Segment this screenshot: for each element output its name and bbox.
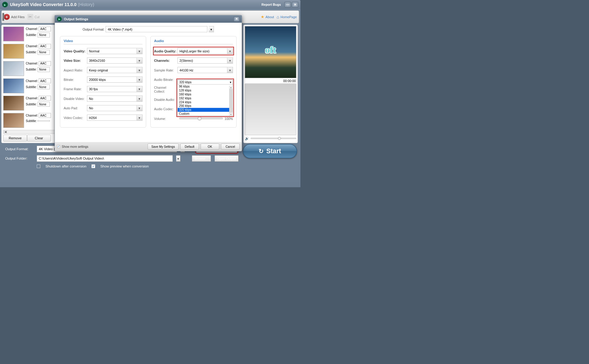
dropdown-option[interactable]: Custom	[178, 112, 233, 116]
ok-button[interactable]: OK	[201, 144, 219, 150]
video-quality-select[interactable]: Normal	[87, 48, 137, 54]
preview-image: oft	[245, 26, 296, 78]
star-icon	[261, 15, 264, 19]
add-files-button[interactable]: Add Files	[4, 14, 25, 20]
cancel-button[interactable]: Cancel	[221, 144, 239, 150]
show-more-label: Show more settings	[62, 145, 88, 148]
default-button[interactable]: Default	[180, 144, 199, 150]
thumbnail	[3, 113, 24, 128]
thumbnail	[3, 96, 24, 111]
chevron-down-icon[interactable]: ▾	[209, 26, 214, 32]
dialog-titlebar: Output Settings ✕	[55, 15, 242, 23]
dialog-title: Output Settings	[64, 17, 88, 21]
video-codec-select[interactable]: H264	[87, 114, 137, 121]
output-format-label: Output Format:	[5, 147, 33, 151]
subtitle-select[interactable]: None	[38, 102, 50, 107]
modal-output-format-select[interactable]: 4K Video (*.mp4)	[106, 26, 208, 32]
titlebar: UkeySoft Video Converter 11.0.0 (History…	[0, 0, 300, 9]
dialog-logo-icon	[57, 17, 62, 22]
channel-select[interactable]: AAC	[39, 61, 51, 66]
modal-output-format-label: Output Format:	[82, 27, 104, 31]
speaker-icon[interactable]	[245, 137, 249, 141]
video-bitrate-select[interactable]: 20000 kbps	[87, 77, 137, 83]
thumbnail	[3, 78, 24, 93]
dialog-footer: Show more settings Save My Settings Defa…	[55, 142, 242, 151]
homepage-button[interactable]: HomePage	[276, 14, 297, 19]
dropdown-option[interactable]: 160 kbps	[178, 92, 233, 96]
channel-select[interactable]: AAC	[39, 27, 51, 31]
preview-panel: oft 00:00:00	[243, 25, 298, 143]
app-window: UkeySoft Video Converter 11.0.0 (History…	[0, 0, 300, 187]
history-link[interactable]: (History)	[78, 2, 94, 7]
audio-volume-slider[interactable]	[179, 117, 223, 119]
frame-rate-select[interactable]: 30 fps	[87, 86, 137, 92]
report-bugs-link[interactable]: Report Bugs	[262, 3, 281, 6]
subtitle-select[interactable]	[38, 120, 50, 121]
output-settings-dialog: Output Settings ✕ Output Format: 4K Vide…	[55, 15, 242, 151]
clear-button[interactable]: Clear	[27, 135, 51, 142]
auto-pad-select[interactable]: No	[87, 105, 137, 111]
preview-seek-slider[interactable]	[245, 83, 296, 135]
dropdown-option[interactable]: 224 kbps	[178, 100, 233, 104]
thumbnail	[3, 44, 24, 59]
thumbnail	[3, 61, 24, 76]
output-folder-input[interactable]: C:\Users\A\Videos\UkeySoft Output Video\	[37, 155, 172, 162]
audio-panel: Audio Audio Quality:High(Larger file siz…	[150, 36, 236, 127]
remove-button[interactable]: Remove	[3, 135, 27, 142]
volume-slider[interactable]	[251, 138, 296, 139]
subtitle-select[interactable]: None	[38, 50, 50, 55]
show-preview-checkbox[interactable]	[92, 164, 95, 168]
sample-rate-select[interactable]: 44100 Hz	[177, 67, 227, 73]
home-icon	[276, 14, 279, 19]
thumbnail	[3, 27, 24, 41]
show-preview-label: Show preview when conversion	[100, 164, 149, 168]
channel-select[interactable]: AAC	[39, 113, 51, 118]
subtitle-select[interactable]: None	[38, 67, 50, 72]
minimize-button[interactable]: —	[284, 2, 291, 8]
add-icon	[4, 14, 10, 20]
channel-select[interactable]: AAC	[39, 78, 51, 83]
about-button[interactable]: About	[261, 15, 274, 19]
open-output-button[interactable]: Open Output	[214, 155, 239, 162]
video-panel-title: Video	[64, 39, 142, 45]
preview-watermark: oft	[265, 44, 276, 55]
subtitle-select[interactable]: None	[38, 84, 50, 89]
output-folder-label: Output Folder:	[5, 157, 33, 160]
disable-video-select[interactable]: No	[87, 96, 137, 102]
channel-select[interactable]: AAC	[39, 44, 51, 49]
video-size-select[interactable]: 3840x2160	[87, 58, 137, 64]
browse-button[interactable]: Browse...	[192, 155, 211, 162]
preview-time: 00:00:00	[245, 78, 296, 83]
subtitle-select[interactable]: None	[38, 33, 50, 38]
dropdown-option[interactable]: 96 kbps	[178, 84, 233, 88]
audio-bitrate-dropdown[interactable]: 320 kbps▾ 96 kbps128 kbps160 kbps192 kbp…	[177, 80, 233, 116]
output-folder-dropdown-icon[interactable]: ▾	[176, 155, 180, 162]
audio-quality-select[interactable]: High(Larger file size)	[177, 48, 227, 54]
dropdown-option[interactable]: 256 kbps	[178, 104, 233, 108]
aspect-ratio-select[interactable]: Keep original	[87, 67, 137, 73]
dialog-close-button[interactable]: ✕	[233, 16, 239, 22]
cut-icon	[27, 14, 33, 20]
shutdown-label: Shutdown after conversion	[45, 164, 86, 168]
app-logo-icon	[2, 2, 8, 8]
close-button[interactable]: ✕	[292, 2, 298, 8]
save-my-settings-button[interactable]: Save My Settings	[148, 144, 179, 150]
volume-percent: 100%	[225, 117, 233, 120]
cut-button[interactable]: Cut	[27, 14, 40, 20]
shutdown-checkbox[interactable]	[37, 164, 40, 168]
channel-select[interactable]: AAC	[39, 96, 51, 101]
audio-channels-select[interactable]: 2(Stereo)	[177, 58, 227, 64]
show-more-checkbox[interactable]	[57, 145, 60, 148]
dropdown-option[interactable]: 128 kbps	[178, 88, 233, 92]
dropdown-option[interactable]: 320 kbps	[178, 108, 233, 112]
start-button[interactable]: Start	[243, 144, 297, 158]
audio-panel-title: Audio	[154, 39, 233, 45]
dropdown-option[interactable]: 192 kbps	[178, 96, 233, 100]
app-title: UkeySoft Video Converter 11.0.0	[10, 2, 77, 7]
video-panel: Video Video Quality:Normal Video Size:38…	[60, 36, 146, 127]
